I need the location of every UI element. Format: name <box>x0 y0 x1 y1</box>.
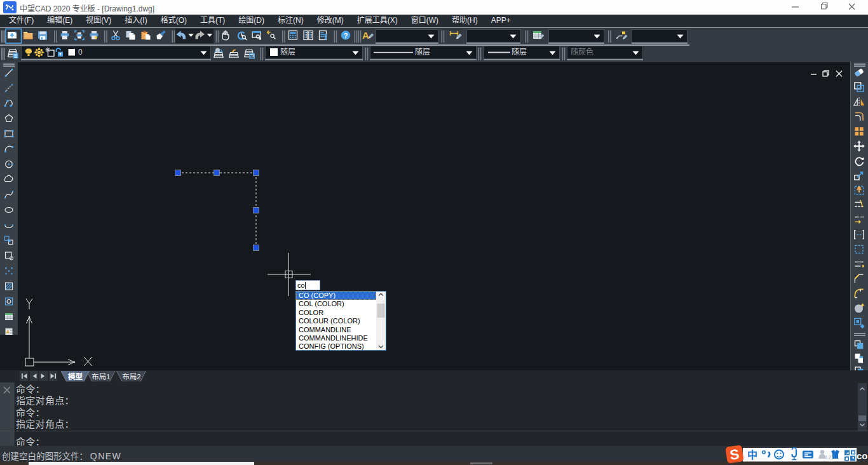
svg-text:布局1: 布局1 <box>92 373 110 381</box>
svg-text:模型: 模型 <box>68 372 83 381</box>
svg-text:A: A <box>6 329 10 335</box>
svg-text:12: 12 <box>825 454 832 461</box>
svg-text:?: ? <box>344 32 348 39</box>
svg-text:com: com <box>857 450 868 461</box>
svg-text:布局2: 布局2 <box>122 373 140 381</box>
svg-text:中: 中 <box>747 447 757 462</box>
svg-text:A: A <box>362 30 369 41</box>
